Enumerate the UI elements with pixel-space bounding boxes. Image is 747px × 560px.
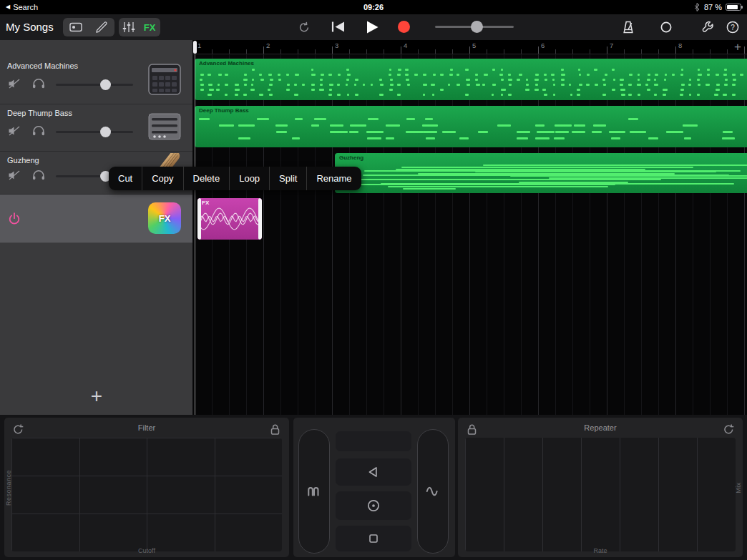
tape-stop-button[interactable] [336, 526, 411, 551]
dimmed-button[interactable] [336, 431, 411, 451]
timeline-ruler[interactable]: 1 2 3 4 5 6 7 8 [193, 40, 747, 54]
region-fx-selected[interactable]: FX [197, 198, 262, 240]
svg-text:?: ? [731, 24, 735, 31]
midi-note [268, 74, 272, 76]
instrument-icon-bass-module[interactable] [148, 111, 181, 142]
region-deep-thump-bass[interactable]: Deep Thump Bass [195, 106, 747, 147]
menu-item-rename[interactable]: Rename [306, 167, 361, 190]
midi-note [349, 131, 358, 133]
trim-handle-right[interactable] [258, 198, 262, 240]
instrument-icon-fx[interactable]: FX [148, 202, 181, 234]
track-volume-slider[interactable] [56, 84, 133, 86]
volume-knob[interactable] [100, 79, 111, 90]
midi-note [551, 74, 555, 76]
my-songs-button[interactable]: My Songs [6, 21, 54, 33]
add-track-button[interactable]: + [84, 383, 109, 409]
playhead[interactable] [193, 41, 197, 54]
remix-fx-button[interactable]: FX [139, 18, 160, 36]
midi-note [621, 94, 625, 96]
rewind-button[interactable] [331, 21, 346, 33]
midi-note [467, 84, 470, 86]
back-to-app-link[interactable]: ◀ Search [6, 3, 38, 11]
slider-knob[interactable] [471, 21, 483, 33]
mute-icon[interactable] [8, 79, 20, 89]
headphones-icon[interactable] [32, 124, 45, 136]
midi-note [492, 69, 495, 71]
menu-item-split[interactable]: Split [269, 167, 306, 190]
play-button[interactable] [365, 20, 379, 34]
add-bars-button[interactable]: + [728, 40, 747, 54]
menu-item-copy[interactable]: Copy [142, 167, 182, 190]
volume-knob[interactable] [100, 127, 111, 137]
midi-note [379, 94, 384, 96]
vinyl-scratch-icon [366, 498, 381, 514]
menu-item-delete[interactable]: Delete [183, 167, 230, 190]
bar-number: 4 [404, 41, 407, 49]
midi-notes [195, 59, 747, 100]
undo-button[interactable] [298, 21, 311, 34]
gater-slider[interactable] [298, 429, 330, 554]
loop-browser-button[interactable] [660, 21, 673, 34]
midi-note [501, 69, 503, 71]
midi-note [311, 84, 315, 86]
reverse-button[interactable] [336, 458, 411, 486]
midi-note [628, 94, 632, 96]
edit-pencil-button[interactable] [89, 18, 114, 36]
midi-note [698, 74, 702, 76]
track-volume-slider[interactable] [56, 131, 133, 133]
track-header-advanced-machines[interactable]: Advanced Machines [0, 57, 192, 104]
record-button[interactable] [398, 21, 410, 33]
midi-note [397, 94, 401, 96]
midi-note [665, 74, 668, 76]
midi-note [561, 69, 564, 71]
midi-note [620, 79, 624, 81]
mute-icon[interactable] [8, 170, 20, 180]
track-controls-button[interactable] [119, 18, 139, 36]
mute-icon[interactable] [8, 126, 20, 136]
reverse-icon [366, 464, 381, 480]
undo-icon [298, 21, 311, 34]
lock-button[interactable] [268, 423, 282, 438]
settings-button[interactable] [701, 20, 716, 34]
trim-handle-left[interactable] [197, 198, 201, 240]
tracks-timeline[interactable]: Advanced Machines Deep Thump Bass Guzhen… [193, 54, 747, 415]
instrument-icon-drum-machine[interactable] [148, 64, 181, 95]
sync-button[interactable] [722, 423, 736, 438]
track-name: Deep Thump Bass [7, 109, 72, 117]
master-volume-slider[interactable] [435, 21, 514, 33]
headphones-icon[interactable] [32, 77, 45, 89]
scratch-button[interactable] [336, 491, 411, 520]
midi-note [440, 74, 444, 76]
region-guzheng[interactable]: Guzheng [335, 153, 747, 193]
midi-note [716, 84, 720, 86]
rewind-icon [331, 21, 346, 33]
repeater-xy-pad[interactable] [465, 438, 736, 551]
back-chevron-icon: ◀ [6, 4, 10, 10]
midi-note [390, 84, 394, 86]
downsampler-slider[interactable] [417, 429, 449, 554]
filter-xy-pad[interactable] [11, 438, 282, 551]
midi-note [499, 74, 503, 76]
track-header-fx[interactable]: FX [0, 195, 192, 243]
midi-note [681, 69, 683, 71]
menu-item-loop[interactable]: Loop [229, 167, 269, 190]
help-button[interactable]: ? [726, 20, 740, 34]
midi-note [482, 84, 485, 86]
midi-note [475, 74, 478, 76]
power-icon[interactable] [7, 212, 21, 226]
region-advanced-machines[interactable]: Advanced Machines [195, 59, 747, 100]
live-loops-view-button[interactable] [63, 18, 89, 36]
midi-note [666, 131, 683, 133]
midi-note [346, 84, 348, 86]
midi-note [292, 137, 300, 139]
track-header-deep-thump-bass[interactable]: Deep Thump Bass [0, 104, 192, 152]
midi-note [320, 79, 323, 81]
headphones-icon[interactable] [32, 169, 45, 180]
menu-item-cut[interactable]: Cut [109, 167, 142, 190]
midi-note [655, 74, 659, 76]
midi-note [235, 84, 238, 86]
midi-note [493, 167, 693, 168]
midi-note [397, 74, 401, 76]
midi-note [257, 118, 270, 120]
metronome-button[interactable] [621, 20, 635, 34]
